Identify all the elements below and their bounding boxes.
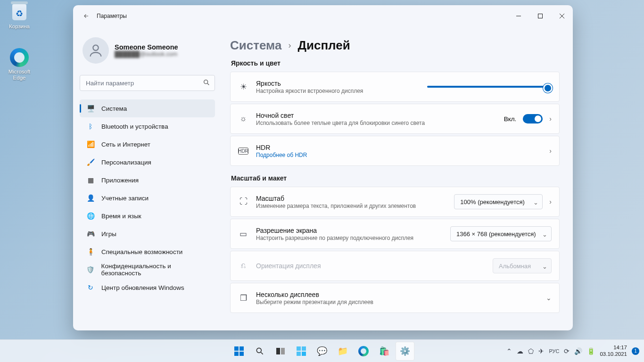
- nav-item-personalization[interactable]: 🖌️Персонализация: [80, 153, 215, 171]
- main-content: Система › Дисплей Яркость и цвет ☀ Яркос…: [222, 27, 573, 330]
- volume-icon[interactable]: 🔊: [574, 347, 582, 355]
- taskbar-clock[interactable]: 14:17 03.10.2021: [600, 345, 627, 357]
- telegram-icon[interactable]: ✈: [538, 347, 544, 355]
- chevron-down-icon: ⌄: [542, 231, 547, 238]
- breadcrumb-parent[interactable]: Система: [230, 38, 281, 53]
- personalization-icon: 🖌️: [86, 158, 95, 166]
- notifications-badge[interactable]: 1: [632, 347, 639, 355]
- nav-label: Центр обновления Windows: [101, 284, 184, 291]
- card-night-light[interactable]: ☼ Ночной свет Использовать более теплые …: [230, 104, 560, 134]
- settings-window: Параметры Someone Someone ██████@outlook…: [73, 5, 573, 330]
- privacy-icon: 🛡️: [86, 266, 95, 273]
- card-desc: Настройка яркости встроенного дисплея: [256, 88, 420, 94]
- nav-item-time-language[interactable]: 🌐Время и язык: [80, 207, 215, 225]
- nav-item-accessibility[interactable]: 🧍Специальные возможности: [80, 243, 215, 261]
- hdr-icon: HDR: [238, 148, 248, 155]
- clock-date: 03.10.2021: [600, 351, 627, 357]
- orientation-select: Альбомная⌄: [493, 258, 552, 273]
- nav-label: Время и язык: [101, 213, 141, 220]
- desktop-icon-recycle-bin[interactable]: ♻ Корзина: [1, 2, 37, 30]
- sidebar: Someone Someone ██████@outlook.com 🖥️Сис…: [73, 27, 222, 330]
- svg-point-2: [204, 80, 208, 84]
- card-title: Ориентация дисплея: [256, 262, 485, 270]
- nav-label: Учетные записи: [101, 195, 149, 202]
- card-desc: Использовать более теплые цвета для блок…: [256, 120, 496, 126]
- nav-item-windows-update[interactable]: ↻Центр обновления Windows: [80, 279, 215, 296]
- system-icon: 🖥️: [86, 105, 95, 112]
- breadcrumb-current: Дисплей: [297, 38, 350, 53]
- maximize-button[interactable]: [529, 8, 551, 24]
- nav-label: Персонализация: [101, 159, 151, 166]
- card-title: Масштаб: [256, 195, 446, 202]
- taskbar-edge[interactable]: .tb-item .edge-shape::after{width:12px;h…: [354, 342, 373, 361]
- night-light-icon: ☼: [238, 114, 248, 123]
- system-tray[interactable]: ⌃ ☁ ⬠ ✈ РУС ⟳ 🔊 🔋: [506, 347, 595, 355]
- battery-icon[interactable]: 🔋: [587, 347, 595, 355]
- start-button[interactable]: [230, 342, 248, 361]
- chevron-right-icon: ›: [549, 147, 552, 155]
- minimize-button[interactable]: [508, 8, 529, 24]
- nav-item-bluetooth[interactable]: ᛒBluetooth и устройства: [80, 117, 215, 135]
- taskbar-chat[interactable]: 💬: [313, 342, 331, 361]
- nav-item-network[interactable]: 📶Сеть и Интернет: [80, 135, 215, 153]
- shape-icon[interactable]: ⬠: [528, 347, 534, 355]
- accessibility-icon: 🧍: [86, 248, 95, 255]
- taskbar-store[interactable]: 🛍️: [375, 342, 394, 361]
- taskbar: 💬 📁 .tb-item .edge-shape::after{width:12…: [0, 339, 644, 362]
- user-profile[interactable]: Someone Someone ██████@outlook.com: [80, 29, 215, 70]
- language-indicator[interactable]: РУС: [549, 348, 559, 354]
- nav-label: Игры: [101, 230, 116, 238]
- taskbar-settings[interactable]: ⚙️: [396, 342, 414, 361]
- card-scale[interactable]: ⛶ Масштаб Изменение размера текста, прил…: [230, 187, 560, 217]
- card-multiple-displays[interactable]: ❐ Несколько дисплеев Выберите режим през…: [230, 283, 560, 313]
- resolution-icon: ▭: [238, 229, 248, 239]
- svg-rect-12: [297, 352, 301, 356]
- nav-label: Сеть и Интернет: [101, 141, 150, 148]
- chevron-right-icon: ›: [549, 198, 552, 206]
- orientation-icon: ⎌: [238, 261, 248, 271]
- card-brightness[interactable]: ☀ Яркость Настройка яркости встроенного …: [230, 72, 560, 102]
- svg-point-1: [93, 45, 98, 50]
- taskbar-search[interactable]: [250, 342, 269, 361]
- night-light-toggle[interactable]: [523, 114, 543, 123]
- recycle-bin-icon: ♻: [9, 2, 30, 23]
- resolution-select[interactable]: 644 × 362 (рекомендуется)⌄: [450, 226, 552, 241]
- search-input[interactable]: [80, 75, 215, 91]
- gaming-icon: 🎮: [86, 230, 95, 238]
- svg-rect-0: [538, 14, 543, 18]
- close-icon: [560, 14, 564, 18]
- desktop-icon-label: Корзина: [9, 24, 30, 30]
- clock-time: 14:17: [600, 345, 627, 351]
- bluetooth-icon: ᛒ: [86, 123, 95, 130]
- chevron-right-icon: ›: [549, 115, 552, 123]
- scale-icon: ⛶: [238, 197, 248, 206]
- card-resolution[interactable]: ▭ Разрешение экрана Настроить разрешение…: [230, 219, 560, 249]
- nav-item-system[interactable]: 🖥️Система: [80, 99, 215, 117]
- profile-email: ██████@outlook.com: [115, 51, 178, 58]
- desktop-icon-edge[interactable]: Microsoft Edge: [1, 47, 37, 81]
- taskbar-task-view[interactable]: [271, 342, 290, 361]
- onedrive-icon[interactable]: ☁: [517, 347, 523, 355]
- brightness-icon: ☀: [238, 82, 248, 92]
- wifi-icon[interactable]: ⟳: [564, 347, 570, 355]
- tray-overflow-icon[interactable]: ⌃: [506, 347, 512, 355]
- hdr-link[interactable]: Подробнее об HDR: [256, 152, 542, 158]
- taskbar-widgets[interactable]: [292, 342, 311, 361]
- nav-item-apps[interactable]: ▦Приложения: [80, 171, 215, 189]
- svg-rect-6: [239, 352, 244, 356]
- nav-item-privacy[interactable]: 🛡️Конфиденциальность и безопасность: [80, 261, 215, 279]
- scale-select[interactable]: 100% (рекомендуется)⌄: [454, 194, 543, 209]
- card-title: HDR: [256, 144, 542, 151]
- nav-item-accounts[interactable]: 👤Учетные записи: [80, 189, 215, 207]
- svg-rect-11: [302, 346, 306, 351]
- brightness-slider[interactable]: [427, 86, 552, 88]
- card-desc: Настроить разрешение по размеру подключе…: [256, 235, 443, 241]
- nav-item-gaming[interactable]: 🎮Игры: [80, 225, 215, 243]
- back-button[interactable]: [80, 9, 93, 23]
- card-hdr[interactable]: HDR HDR Подробнее об HDR ›: [230, 136, 560, 166]
- edge-icon: [9, 47, 30, 68]
- svg-rect-10: [297, 346, 301, 351]
- titlebar: Параметры: [73, 5, 573, 27]
- taskbar-explorer[interactable]: 📁: [333, 342, 352, 361]
- close-button[interactable]: [551, 8, 573, 24]
